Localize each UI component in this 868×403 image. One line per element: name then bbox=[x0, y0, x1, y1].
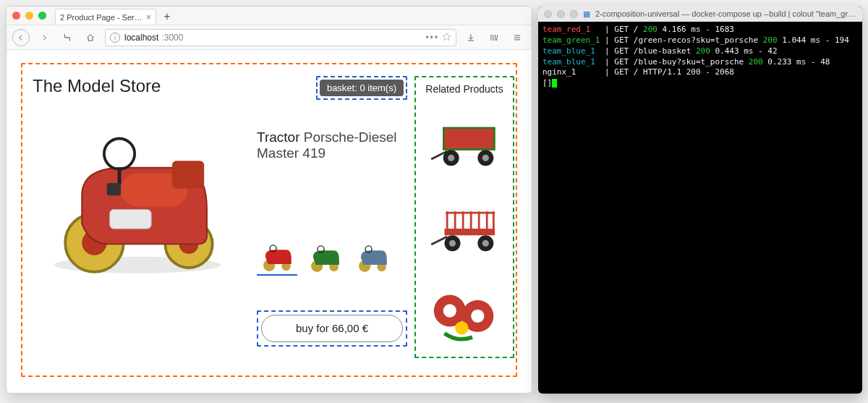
home-button[interactable] bbox=[82, 29, 99, 46]
browser-titlebar: 2 Product Page - Server Side R × + bbox=[7, 7, 532, 25]
window-controls bbox=[12, 12, 46, 20]
team-red-region: The Model Store basket: 0 item(s) Relate… bbox=[21, 63, 517, 377]
terminal-window: ▦ 2-composition-universal — docker-compo… bbox=[538, 6, 862, 394]
zoom-window-button[interactable] bbox=[38, 12, 46, 20]
svg-point-34 bbox=[104, 138, 135, 169]
terminal-title: 2-composition-universal — docker-compose… bbox=[595, 9, 856, 18]
team-blue-buy-region: buy for 66,00 € bbox=[257, 310, 407, 347]
svg-rect-2 bbox=[445, 129, 494, 149]
terminal-titlebar: ▦ 2-composition-universal — docker-compo… bbox=[538, 6, 862, 22]
variant-thumb-0[interactable] bbox=[257, 241, 297, 276]
svg-point-26 bbox=[455, 321, 468, 334]
buy-button[interactable]: buy for 66,00 € bbox=[261, 315, 403, 342]
svg-point-21 bbox=[482, 240, 489, 247]
svg-rect-36 bbox=[107, 182, 121, 195]
tab-bar: 2 Product Page - Server Side R × + bbox=[55, 7, 175, 25]
downloads-icon[interactable] bbox=[462, 29, 480, 46]
product-hero-image bbox=[33, 112, 250, 359]
address-bar[interactable]: i localhost:3000 ••• bbox=[105, 29, 456, 46]
reco-gear-toy[interactable] bbox=[425, 279, 504, 351]
variant-thumb-2[interactable] bbox=[352, 241, 393, 276]
browser-window: 2 Product Page - Server Side R × + i loc bbox=[6, 6, 532, 394]
terminal-window-controls bbox=[544, 10, 578, 18]
basket-button[interactable]: basket: 0 item(s) bbox=[320, 80, 404, 96]
svg-point-24 bbox=[443, 304, 456, 317]
close-tab-icon[interactable]: × bbox=[146, 12, 151, 22]
reco-green-trailer[interactable] bbox=[425, 108, 504, 180]
close-window-button[interactable] bbox=[12, 12, 20, 20]
reload-button[interactable] bbox=[59, 29, 76, 46]
svg-point-5 bbox=[448, 155, 454, 161]
svg-rect-37 bbox=[110, 209, 152, 229]
svg-point-19 bbox=[449, 240, 456, 247]
terminal-output[interactable]: team_red_1 | GET / 200 4.166 ms - 1683 t… bbox=[538, 22, 862, 394]
svg-point-7 bbox=[482, 155, 489, 161]
svg-rect-33 bbox=[172, 161, 204, 188]
menu-icon[interactable] bbox=[509, 29, 526, 46]
back-button[interactable] bbox=[12, 29, 30, 46]
minimize-window-button[interactable] bbox=[25, 12, 33, 20]
browser-toolbar: i localhost:3000 ••• bbox=[7, 25, 532, 50]
svg-rect-8 bbox=[445, 229, 495, 235]
product-brand: Tractor bbox=[257, 130, 299, 145]
page-actions-icon[interactable]: ••• bbox=[425, 33, 439, 43]
browser-tab[interactable]: 2 Product Page - Server Side R × bbox=[55, 9, 156, 25]
store-title: The Model Store bbox=[33, 76, 250, 112]
site-info-icon[interactable]: i bbox=[110, 33, 120, 43]
page-content: The Model Store basket: 0 item(s) Relate… bbox=[7, 50, 532, 393]
new-tab-button[interactable]: + bbox=[159, 9, 175, 25]
reco-red-trailer[interactable] bbox=[425, 193, 504, 266]
product-name: Tractor Porsche-Diesel Master 419 bbox=[257, 130, 407, 161]
related-title: Related Products bbox=[425, 83, 503, 95]
term-zoom-button[interactable] bbox=[570, 10, 578, 18]
url-host: localhost bbox=[124, 33, 158, 43]
svg-marker-0 bbox=[443, 33, 451, 40]
team-green-region: Related Products bbox=[414, 76, 514, 358]
tab-title: 2 Product Page - Server Side R bbox=[60, 13, 143, 22]
variant-thumbnails bbox=[257, 241, 407, 276]
product-details: Tractor Porsche-Diesel Master 419 buy fo… bbox=[257, 112, 407, 359]
team-blue-basket-region: basket: 0 item(s) bbox=[316, 76, 407, 100]
forward-button[interactable] bbox=[35, 29, 53, 46]
svg-point-25 bbox=[471, 310, 484, 323]
url-port: :3000 bbox=[161, 33, 183, 43]
library-icon[interactable] bbox=[485, 29, 503, 46]
term-close-button[interactable] bbox=[544, 10, 552, 18]
bookmark-icon[interactable] bbox=[442, 32, 451, 43]
variant-thumb-1[interactable] bbox=[305, 241, 345, 276]
term-min-button[interactable] bbox=[557, 10, 565, 18]
